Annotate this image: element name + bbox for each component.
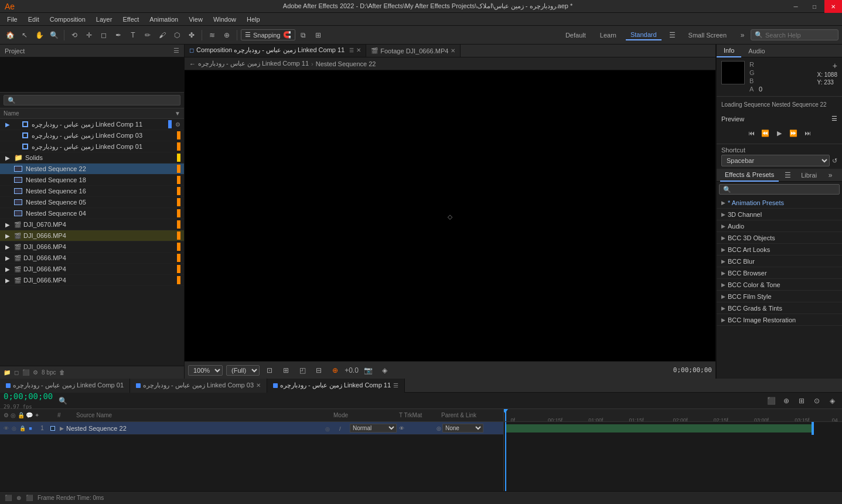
menu-view[interactable]: View — [184, 15, 207, 24]
paint-tool[interactable]: 🖌 — [156, 29, 169, 42]
preview-menu[interactable]: ☰ — [831, 115, 837, 122]
timeline-tab-comp03[interactable]: زمین عباس - رودبارچره Linked Comp 03 ✕ — [130, 379, 267, 393]
search-timeline[interactable]: 🔍 — [56, 394, 69, 407]
timeline-tab-close[interactable]: ☰ — [393, 382, 398, 389]
effect-cat-bccgrads[interactable]: ▶ BCC Grads & Tints — [717, 302, 842, 314]
project-item-dji0666-4[interactable]: ▶ 🎬 DJI_0666.MP4 — [0, 264, 184, 275]
new-solid-icon[interactable]: ⬛ — [22, 369, 29, 376]
tab-library[interactable]: Librai — [796, 169, 821, 182]
project-item-dji0670[interactable]: ▶ 🎬 DJI_0670.MP4 — [0, 219, 184, 230]
breadcrumb-back[interactable]: ← — [189, 60, 196, 67]
effect-cat-audio[interactable]: ▶ Audio — [717, 220, 842, 232]
timeline-ctrl-4[interactable]: ⊙ — [810, 394, 823, 407]
track-bar-1[interactable] — [505, 424, 813, 433]
zoom-tool[interactable]: 🔍 — [47, 29, 60, 42]
grid-toggle[interactable]: ⊞ — [312, 29, 325, 42]
new-folder-icon[interactable]: 📁 — [4, 369, 11, 376]
project-menu[interactable]: ☰ — [173, 47, 179, 55]
project-item-comp03[interactable]: ▶ زمین عباس - رودبارچره Linked Comp 03 — [0, 130, 184, 141]
rotate-tool[interactable]: ⟲ — [68, 29, 81, 42]
minimize-button[interactable]: ─ — [787, 0, 804, 13]
timeline-tab-comp01[interactable]: زمین عباس - رودبارچره Linked Comp 01 — [0, 379, 130, 393]
project-item-ns16[interactable]: ▶ Nested Sequence 16 — [0, 186, 184, 197]
shortcut-reset[interactable]: ↺ — [832, 157, 837, 165]
anchor-tool[interactable]: ✛ — [83, 29, 96, 42]
channel-btn[interactable]: ⊕ — [329, 364, 342, 377]
parent-select[interactable]: None — [442, 424, 483, 433]
project-item-dji0666-3[interactable]: ▶ 🎬 DJI_0666.MP4 — [0, 253, 184, 264]
effect-cat-bccbrowser[interactable]: ▶ BCC Browser — [717, 267, 842, 279]
effects-menu[interactable]: ☰ — [781, 169, 794, 182]
snap-toggle[interactable]: ⧉ — [297, 29, 310, 42]
snapshot-btn[interactable]: 📷 — [362, 364, 374, 377]
menu-layer[interactable]: Layer — [91, 15, 117, 24]
tab-info[interactable]: Info — [717, 45, 741, 57]
menu-effect[interactable]: Effect — [118, 15, 144, 24]
text-tool[interactable]: T — [127, 29, 139, 42]
pen-tool[interactable]: ✒ — [112, 29, 125, 42]
menu-file[interactable]: File — [2, 15, 22, 24]
preview-last[interactable]: ⏭ — [802, 127, 813, 139]
breadcrumb-nested[interactable]: Nested Sequence 22 — [316, 60, 376, 67]
workspace-menu[interactable]: ☰ — [666, 29, 679, 42]
interpret-icon[interactable]: ⚙ — [33, 369, 38, 376]
hand-tool[interactable]: ✋ — [33, 29, 46, 42]
breadcrumb-comp[interactable]: زمین عباس - رودبارچره Linked Comp 11 — [198, 60, 309, 67]
project-item-solids[interactable]: ▶ 📁 Solids — [0, 152, 184, 164]
fit-to-window[interactable]: ⊡ — [263, 364, 276, 377]
project-item-dji0666-1[interactable]: ▶ 🎬 DJI_0666.MP4 — [0, 230, 184, 241]
layer-mode-select[interactable]: Normal — [350, 424, 397, 433]
project-item-comp01[interactable]: ▶ زمین عباس - رودبارچره Linked Comp 01 — [0, 141, 184, 152]
snapping-button[interactable]: ☰ Snapping 🧲 — [241, 29, 295, 40]
effects-more[interactable]: » — [824, 169, 837, 182]
region-interest[interactable]: ◰ — [296, 364, 309, 377]
workspace-more[interactable]: » — [736, 29, 749, 42]
preview-first[interactable]: ⏮ — [745, 127, 757, 139]
delete-icon[interactable]: 🗑 — [59, 369, 65, 376]
track-end-handle[interactable] — [812, 422, 814, 435]
lock-btn[interactable]: 🔒 — [19, 425, 26, 432]
effect-cat-bcccolor[interactable]: ▶ BCC Color & Tone — [717, 279, 842, 291]
timecode-display[interactable]: 0;00;00;00 29.97 fps — [4, 391, 53, 410]
project-item-comp11[interactable]: ▶ زمین عباس - رودبارچره Linked Comp 11 ⚙ — [0, 119, 184, 130]
timeline-ctrl-2[interactable]: ⊕ — [780, 394, 793, 407]
comp-timecode[interactable]: 0;00;00;00 — [673, 366, 712, 374]
maximize-button[interactable]: □ — [806, 0, 823, 13]
home-tool[interactable]: 🏠 — [4, 29, 16, 42]
preview-next[interactable]: ⏩ — [788, 127, 799, 139]
comp-tab-footage[interactable]: 🎬 Footage DJI_0666.MP4 ✕ — [366, 45, 461, 57]
label-btn[interactable]: ■ — [27, 425, 34, 432]
workspace-learn[interactable]: Learn — [595, 30, 621, 40]
timeline-tab-close[interactable]: ✕ — [256, 382, 261, 389]
close-button[interactable]: ✕ — [824, 0, 842, 13]
effects-search-input[interactable] — [719, 184, 840, 195]
show-snapshot[interactable]: ◈ — [378, 364, 391, 377]
effect-cat-bccblur[interactable]: ▶ BCC Blur — [717, 256, 842, 267]
solo-btn[interactable]: 👁 — [2, 425, 9, 432]
composition-viewport[interactable]: ⬦ — [185, 70, 715, 361]
layer-keyframe[interactable]: / — [339, 425, 347, 432]
workspace-small[interactable]: Small Screen — [684, 30, 731, 40]
project-item-dji0666-5[interactable]: ▶ 🎬 DJI_0666.MP4 — [0, 275, 184, 286]
layer-expand[interactable]: ▶ — [60, 425, 64, 431]
effect-cat-animation[interactable]: ▶ * Animation Presets — [717, 197, 842, 209]
timeline-tab-comp11[interactable]: زمین عباس - رودبارچره Linked Comp 11 ☰ — [267, 379, 405, 393]
effect-cat-bccimage[interactable]: ▶ BCC Image Restoration — [717, 314, 842, 326]
shortcut-select[interactable]: Spacebar — [721, 155, 830, 166]
tab-effects-presets[interactable]: Effects & Presets — [720, 169, 779, 182]
select-tool[interactable]: ↖ — [18, 29, 31, 42]
tab-audio[interactable]: Audio — [741, 45, 772, 57]
zoom-select[interactable]: 100% 50% 200% — [188, 365, 223, 376]
quality-select[interactable]: (Full) (Half) — [226, 365, 260, 376]
menu-help[interactable]: Help — [242, 15, 265, 24]
effect-cat-bcc3d[interactable]: ▶ BCC 3D Objects — [717, 232, 842, 244]
fit-width[interactable]: ⊞ — [279, 364, 292, 377]
menu-animation[interactable]: Animation — [145, 15, 183, 24]
menu-window[interactable]: Window — [209, 15, 241, 24]
effect-cat-3dchannel[interactable]: ▶ 3D Channel — [717, 209, 842, 220]
exposure-btn[interactable]: +0.0 — [345, 364, 358, 377]
grid-guide[interactable]: ⊟ — [312, 364, 325, 377]
project-item-dji0666-2[interactable]: ▶ 🎬 DJI_0666.MP4 — [0, 241, 184, 253]
project-item-ns22[interactable]: ▶ Nested Sequence 22 — [0, 164, 184, 175]
comp-tab-main[interactable]: ◻ Composition زمین عباس - رودبارچره Link… — [185, 45, 366, 57]
